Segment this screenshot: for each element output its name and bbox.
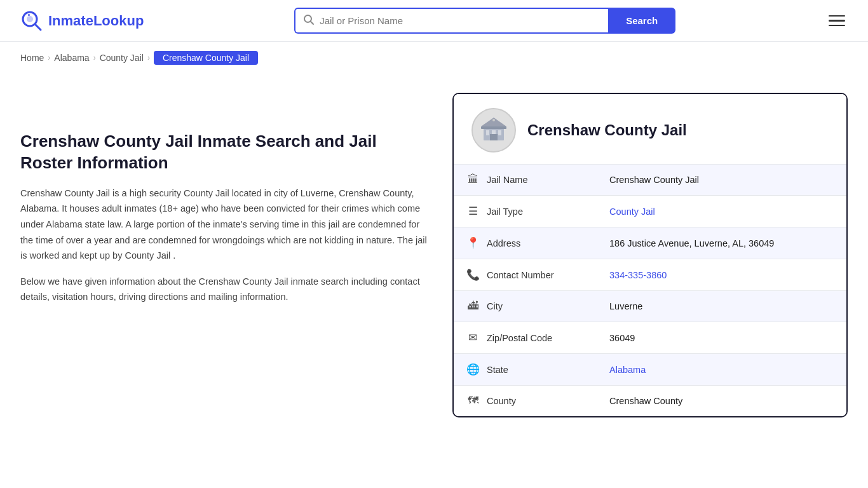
svg-line-5 <box>311 22 314 25</box>
list-icon: ☰ <box>466 205 479 218</box>
address-value: 186 Justice Avenue, Luverne, AL, 36049 <box>603 227 846 259</box>
phone-link[interactable]: 334-335-3860 <box>609 270 667 280</box>
phone-icon: 📞 <box>466 268 479 281</box>
county-icon: 🗺 <box>466 395 479 407</box>
county-label: County <box>487 396 516 406</box>
left-column: Crenshaw County Jail Inmate Search and J… <box>20 93 427 417</box>
svg-point-13 <box>492 119 495 121</box>
courthouse-icon <box>478 115 509 146</box>
address-label: Address <box>487 238 520 248</box>
table-row: 🌐 State Alabama <box>454 354 846 386</box>
search-input-wrapper <box>294 8 608 34</box>
jail-name-label: Jail Name <box>487 175 527 185</box>
svg-rect-12 <box>490 134 498 140</box>
county-value: Crenshaw County <box>603 386 846 417</box>
jail-info-card: Crenshaw County Jail 🏛 Jail Name Crensha… <box>452 93 848 417</box>
breadcrumb-alabama[interactable]: Alabama <box>54 53 89 63</box>
jail-info-table: 🏛 Jail Name Crenshaw County Jail ☰ Jail … <box>454 165 846 416</box>
svg-rect-3 <box>28 14 30 16</box>
city-value: Luverne <box>603 291 846 322</box>
svg-rect-11 <box>498 130 501 135</box>
breadcrumb-home[interactable]: Home <box>20 53 44 63</box>
chevron-icon-3: › <box>147 53 150 62</box>
svg-point-2 <box>27 16 33 22</box>
search-area: Search <box>294 8 675 34</box>
hamburger-line-1 <box>829 15 845 17</box>
logo-icon <box>20 10 43 32</box>
state-value: Alabama <box>603 354 846 386</box>
card-jail-name: Crenshaw County Jail <box>527 121 687 139</box>
chevron-icon-1: › <box>48 53 50 62</box>
page-description-1: Crenshaw County Jail is a high security … <box>20 186 427 264</box>
city-label: City <box>487 301 503 311</box>
jail-type-label: Jail Type <box>487 207 523 217</box>
svg-rect-9 <box>486 130 489 135</box>
logo[interactable]: InmateLookup <box>20 10 144 32</box>
page-description-2: Below we have given information about th… <box>20 274 427 305</box>
card-header: Crenshaw County Jail <box>454 94 846 165</box>
page-title: Crenshaw County Jail Inmate Search and J… <box>20 131 427 174</box>
table-row: 🗺 County Crenshaw County <box>454 386 846 417</box>
search-icon <box>303 14 315 27</box>
hamburger-line-2 <box>829 20 845 22</box>
state-icon: 🌐 <box>466 363 479 376</box>
table-row: 🏛 Jail Name Crenshaw County Jail <box>454 165 846 196</box>
state-label: State <box>487 365 508 375</box>
table-row: ✉ Zip/Postal Code 36049 <box>454 322 846 354</box>
table-row: 📞 Contact Number 334-335-3860 <box>454 259 846 291</box>
breadcrumb-active: Crenshaw County Jail <box>154 51 258 65</box>
table-row: 📍 Address 186 Justice Avenue, Luverne, A… <box>454 227 846 259</box>
search-button[interactable]: Search <box>608 8 675 34</box>
jail-type-link[interactable]: County Jail <box>609 207 655 217</box>
breadcrumb: Home › Alabama › County Jail › Crenshaw … <box>0 42 868 74</box>
contact-value: 334-335-3860 <box>603 259 846 291</box>
table-row: 🏙 City Luverne <box>454 291 846 322</box>
jail-avatar <box>471 108 516 152</box>
svg-line-1 <box>35 24 41 30</box>
location-icon: 📍 <box>466 236 479 250</box>
zip-value: 36049 <box>603 322 846 354</box>
hamburger-line-3 <box>829 25 845 27</box>
zip-label: Zip/Postal Code <box>487 333 552 343</box>
main-content: Crenshaw County Jail Inmate Search and J… <box>0 74 868 443</box>
header: InmateLookup Search <box>0 0 868 42</box>
table-row: ☰ Jail Type County Jail <box>454 196 846 227</box>
jail-type-value: County Jail <box>603 196 846 227</box>
city-icon: 🏙 <box>466 300 479 313</box>
search-input[interactable] <box>320 9 600 32</box>
contact-label: Contact Number <box>487 270 554 280</box>
zip-icon: ✉ <box>466 331 479 344</box>
chevron-icon-2: › <box>93 53 96 62</box>
hamburger-menu[interactable] <box>826 13 848 29</box>
state-link[interactable]: Alabama <box>609 365 646 375</box>
jail-icon: 🏛 <box>466 173 479 186</box>
breadcrumb-county-jail[interactable]: County Jail <box>100 53 144 63</box>
right-column: Crenshaw County Jail 🏛 Jail Name Crensha… <box>452 93 848 417</box>
svg-rect-7 <box>481 126 506 129</box>
jail-name-value: Crenshaw County Jail <box>603 165 846 196</box>
logo-text: InmateLookup <box>48 13 144 29</box>
